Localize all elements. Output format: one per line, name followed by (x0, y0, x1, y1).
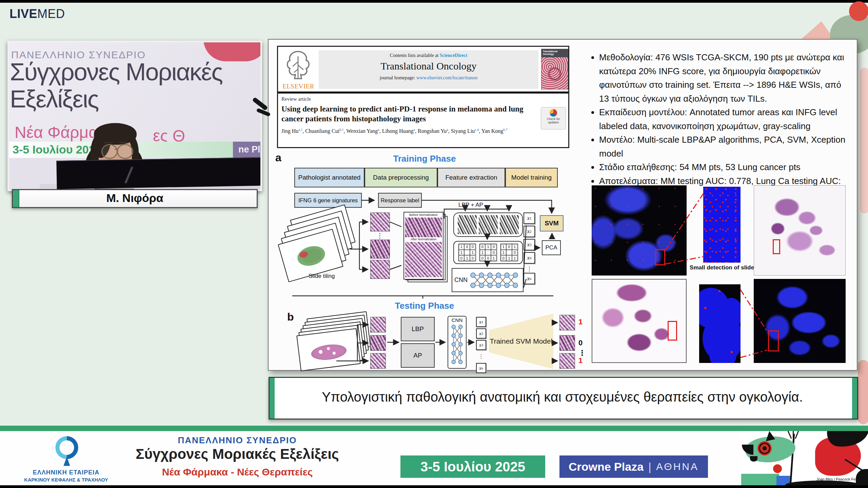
footer-divider (0, 426, 868, 431)
congress-kicker: ΠΑΝΕΛΛΗΝΙΟ ΣΥΝΕΔΡΙΟ (129, 435, 346, 446)
tile-ellipsis: ⋮ (376, 231, 383, 240)
bullet-item: Μοντέλο: Multi-scale LBP&AP algorithms, … (599, 133, 850, 160)
miro-beak (742, 445, 753, 455)
after-normalization-label: After Normalization (405, 238, 442, 241)
paper-divider-rule (278, 92, 568, 94)
check-updates-icon (550, 109, 557, 117)
decorative-red-circle (849, 1, 868, 21)
homepage-prefix: journal homepage: (380, 75, 416, 80)
response-label-box: Response label (378, 193, 422, 208)
ap-box: AP (401, 343, 435, 368)
speaker-glasses (101, 144, 118, 159)
contents-prefix: Contents lists available at (390, 53, 440, 58)
feature-box: ⋮ (476, 351, 486, 362)
mask-zoom-image (699, 284, 741, 363)
speaker-glasses (117, 144, 133, 159)
binary-matrix: 10011010 (458, 244, 476, 261)
poster-venue-band: ne Pl (233, 142, 260, 158)
binary-matrix: 10110011 (500, 244, 518, 261)
congress-subtitle: Νέα Φάρμακα - Νέες Θεραπείες (129, 466, 346, 478)
poster-title-line1: Σύγχρονες Μοριακές (10, 58, 222, 86)
livemed-logo-light: MED (37, 7, 65, 21)
speaker-name: Μ. Νιφόρα (13, 191, 257, 205)
feature-box: xn (476, 363, 486, 373)
top-letterbox-bar (0, 0, 868, 3)
caption-text: Υπολογιστική παθολογική ανατομική και στ… (276, 389, 848, 405)
sciencedirect-link: ScienceDirect (440, 53, 467, 58)
society-logo (52, 434, 82, 466)
normalization-card: Before Normalization After Normalization (403, 212, 443, 280)
feature-vector: x1x2x3x4⋮xn (524, 212, 535, 286)
panel-label-b: b (287, 311, 294, 323)
binary-matrix: 01010001 (479, 244, 497, 261)
society-name-line1: ΕΛΛΗΝΙΚΗ ΕΤΑΙΡΕΙΑ (10, 469, 122, 476)
lbp-ap-label: LBP + AP (458, 202, 483, 208)
miro-stalk (795, 431, 801, 439)
test-tissue-tile (370, 353, 386, 369)
tissue-tile (370, 212, 390, 231)
roi-annotation-box (773, 239, 780, 254)
test-tissue-tile (370, 317, 386, 332)
trained-svm-model: Trained SVM Model (489, 313, 553, 369)
conference-footer: ΕΛΛΗΝΙΚΗ ΕΤΑΙΡΕΙΑ ΚΑΡΚΙΝΟΥ ΚΕΦΑΛΗΣ & ΤΡΑ… (0, 431, 868, 485)
cnn-network-graphic (469, 270, 520, 291)
histology-slide-image (754, 185, 846, 276)
speaker-eyebrow (104, 142, 113, 143)
speaker-eyebrow (119, 142, 128, 143)
venue-city: ΑΘΗΝΑ (656, 461, 699, 472)
tissue-tile (370, 260, 390, 279)
fluorescence-slide-image (592, 185, 687, 276)
output-tissue-tile (559, 315, 575, 330)
lbp-texture-image (479, 215, 498, 234)
feature-box: x2 (524, 226, 535, 237)
miro-eye (757, 441, 772, 455)
elsevier-logo: ELSEVIER (281, 50, 316, 92)
ifng-gene-signatures-box: IFNG 6 gene signatures (294, 193, 362, 208)
header-box-data-preprocessing: Data preprocessing (364, 168, 437, 187)
caption-accent-left (270, 378, 275, 419)
header-box-model-training: Model training (505, 168, 558, 187)
output-label-1: 1 (578, 318, 583, 326)
feature-box: x4 (524, 252, 535, 264)
homepage-line: journal homepage: www.elsevier.com/locat… (319, 75, 538, 81)
speaker-glasses-bridge (115, 149, 118, 150)
svm-box: SVM (540, 215, 564, 231)
date-badge: 3-5 Ιουλίου 2025 (400, 455, 545, 478)
test-feature-vector: x1x2x3⋮xn (476, 317, 486, 374)
journal-cover-thumbnail: Translational Oncology (541, 49, 568, 89)
check-for-updates-badge: Check for updates (541, 107, 566, 129)
tissue-tile (370, 240, 390, 259)
annotated-tissue-blob (286, 236, 335, 275)
header-box-feature-extraction: Feature extraction (437, 168, 505, 187)
miro-stalk (793, 431, 794, 438)
miro-green-rect (741, 474, 779, 485)
panel-label-a: a (275, 151, 281, 164)
society-name-line2: ΚΑΡΚΙΝΟΥ ΚΕΦΑΛΗΣ & ΤΡΑΧΗΛΟΥ (10, 477, 122, 483)
venue-badge: Crowne Plaza | ΑΘΗΝΑ (559, 455, 708, 478)
before-normalization-label: Before Normalization (405, 214, 442, 217)
roi-annotation-box (655, 249, 665, 265)
feature-box: x3 (524, 239, 535, 250)
artwork-credit: Joan Miro / Peacock Feathers (816, 477, 866, 481)
cnn-label: CNN (452, 317, 463, 323)
training-phase-title: Training Phase (292, 154, 557, 164)
after-normalization-image (405, 242, 442, 277)
header-box-pathologist-annotated: Pathologist annotated (294, 168, 364, 187)
bullet-item: Εκπαίδευση μοντέλου: Annotated tumor are… (599, 105, 850, 133)
livemed-logo-bold: LIVE (9, 7, 37, 21)
speaker-name-plate: Μ. Νιφόρα (12, 189, 258, 208)
output-tissue-tile (559, 353, 575, 369)
feature-box: x2 (476, 328, 486, 339)
cnn-network-graphic (449, 323, 466, 367)
bullet-item: Μεθοδολογία: 476 WSIs TCGA-SKCM, 190 pts… (599, 50, 850, 105)
poster-title-line2: Εξελίξεις (10, 85, 98, 113)
miro-black-base (785, 481, 860, 485)
test-cnn-box: CNN (448, 316, 467, 369)
detection-zoom-image (703, 187, 741, 263)
miro-stalk (785, 431, 792, 439)
check-updates-label: Check for updates (541, 117, 566, 124)
feature-box: x3 (476, 340, 486, 350)
test-slide-stack (298, 315, 371, 369)
stream-frame: LIVEMED ΠΑΝΕΛΛΗΝΙΟ ΣΥΝΕΔΡΙΟ Σύγχρονες Μο… (0, 0, 868, 488)
webcam-scene: ΠΑΝΕΛΛΗΝΙΟ ΣΥΝΕΔΡΙΟ Σύγχρονες Μοριακές Ε… (9, 42, 260, 189)
